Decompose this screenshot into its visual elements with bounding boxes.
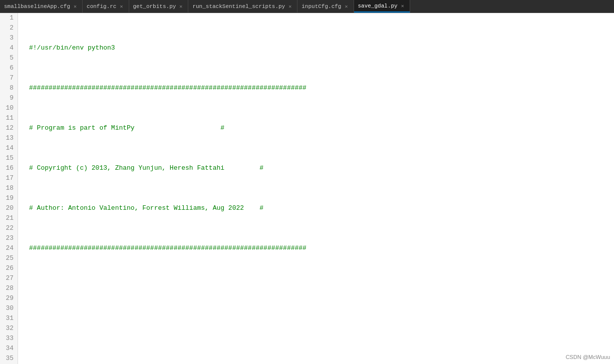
tab-label: get_orbits.py: [133, 4, 176, 10]
tab-get-orbits[interactable]: get_orbits.py ✕: [129, 0, 189, 13]
tab-smallbaselineapp[interactable]: smallbaselineApp.cfg ✕: [0, 0, 83, 13]
tab-close[interactable]: ✕: [118, 3, 124, 10]
editor[interactable]: 1 2 3 4 5 6 7 8 9 10 11 12 13 14 15 16 1…: [0, 13, 614, 364]
code-line-8: [22, 323, 610, 333]
tab-run-stack[interactable]: run_stackSentinel_scripts.py ✕: [188, 0, 297, 13]
code-line-1: #!/usr/bin/env python3: [22, 43, 610, 53]
code-line-3: # Program is part of MintPy #: [22, 123, 610, 133]
tab-label: smallbaselineApp.cfg: [4, 4, 70, 10]
tab-bar: smallbaselineApp.cfg ✕ config.rc ✕ get_o…: [0, 0, 614, 13]
tab-save-gdal[interactable]: save_gdal.py ✕: [354, 0, 410, 13]
code-line-4: # Copyright (c) 2013, Zhang Yunjun, Here…: [22, 163, 610, 173]
tab-input-cfg[interactable]: inputCfg.cfg ✕: [297, 0, 354, 13]
code-line-2: ########################################…: [22, 83, 610, 93]
watermark: CSDN @McWuuu: [565, 354, 610, 360]
tab-close[interactable]: ✕: [343, 3, 349, 10]
code-line-5: # Author: Antonio Valentino, Forrest Wil…: [22, 203, 610, 213]
tab-label: config.rc: [87, 4, 116, 10]
code-line-7: [22, 283, 610, 293]
tab-close[interactable]: ✕: [287, 3, 293, 10]
tab-close[interactable]: ✕: [400, 3, 406, 10]
tab-close[interactable]: ✕: [178, 3, 184, 10]
code-line-6: ########################################…: [22, 243, 610, 253]
code-area[interactable]: #!/usr/bin/env python3 #################…: [18, 13, 614, 364]
tab-close[interactable]: ✕: [72, 3, 78, 10]
tab-config[interactable]: config.rc ✕: [83, 0, 129, 13]
tab-label: save_gdal.py: [358, 3, 398, 9]
tab-label: run_stackSentinel_scripts.py: [192, 4, 285, 10]
line-numbers: 1 2 3 4 5 6 7 8 9 10 11 12 13 14 15 16 1…: [0, 13, 18, 364]
tab-label: inputCfg.cfg: [301, 4, 341, 10]
